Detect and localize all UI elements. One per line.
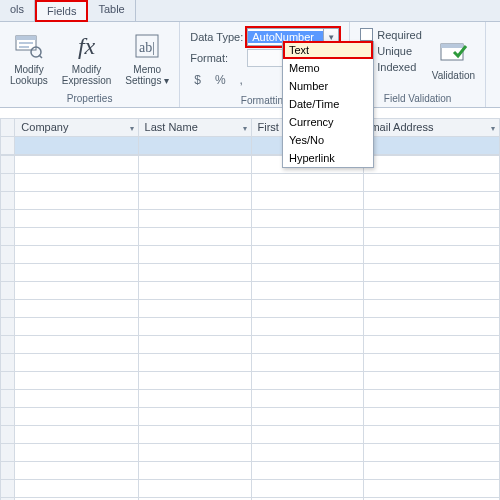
cell[interactable] xyxy=(15,426,138,444)
cell[interactable] xyxy=(251,210,364,228)
row-selector[interactable] xyxy=(1,282,15,300)
cell[interactable] xyxy=(138,192,251,210)
cell[interactable] xyxy=(364,264,500,282)
cell[interactable] xyxy=(15,137,138,155)
cell[interactable] xyxy=(251,282,364,300)
cell[interactable] xyxy=(251,372,364,390)
cell[interactable] xyxy=(364,480,500,498)
row-selector[interactable] xyxy=(1,462,15,480)
cell[interactable] xyxy=(251,336,364,354)
cell[interactable] xyxy=(251,426,364,444)
cell[interactable] xyxy=(364,192,500,210)
row-selector[interactable] xyxy=(1,210,15,228)
row-selector-header[interactable] xyxy=(1,119,15,137)
cell[interactable] xyxy=(138,156,251,174)
comma-symbol-button[interactable]: , xyxy=(236,72,247,88)
cell[interactable] xyxy=(138,174,251,192)
dropdown-item-memo[interactable]: Memo xyxy=(283,59,373,77)
column-header[interactable]: Company▾ xyxy=(15,119,138,137)
cell[interactable] xyxy=(138,408,251,426)
cell[interactable] xyxy=(364,336,500,354)
cell[interactable] xyxy=(138,372,251,390)
row-selector[interactable] xyxy=(1,426,15,444)
row-selector[interactable] xyxy=(1,354,15,372)
dropdown-item-yesno[interactable]: Yes/No xyxy=(283,131,373,149)
cell[interactable] xyxy=(138,300,251,318)
cell[interactable] xyxy=(138,264,251,282)
cell[interactable] xyxy=(15,372,138,390)
cell[interactable] xyxy=(138,426,251,444)
table-row[interactable] xyxy=(1,228,500,246)
row-selector[interactable] xyxy=(1,390,15,408)
cell[interactable] xyxy=(138,390,251,408)
cell[interactable] xyxy=(15,192,138,210)
table-row[interactable] xyxy=(1,264,500,282)
cell[interactable] xyxy=(251,408,364,426)
row-selector[interactable] xyxy=(1,156,15,174)
column-header[interactable]: mail Address▾ xyxy=(364,119,500,137)
cell[interactable] xyxy=(364,174,500,192)
table-row[interactable] xyxy=(1,156,500,174)
chevron-down-icon[interactable]: ▾ xyxy=(130,123,134,132)
cell[interactable] xyxy=(251,246,364,264)
cell[interactable] xyxy=(15,444,138,462)
cell[interactable] xyxy=(15,156,138,174)
cell[interactable] xyxy=(138,282,251,300)
row-selector[interactable] xyxy=(1,300,15,318)
cell[interactable] xyxy=(15,408,138,426)
row-selector[interactable] xyxy=(1,318,15,336)
cell[interactable] xyxy=(251,300,364,318)
cell[interactable] xyxy=(15,480,138,498)
table-row[interactable] xyxy=(1,354,500,372)
tab-fields[interactable]: Fields xyxy=(35,0,88,22)
cell[interactable] xyxy=(364,210,500,228)
cell[interactable] xyxy=(364,228,500,246)
cell[interactable] xyxy=(15,228,138,246)
tab-tools[interactable]: ols xyxy=(0,0,35,21)
cell[interactable] xyxy=(15,390,138,408)
cell[interactable] xyxy=(364,282,500,300)
tab-table[interactable]: Table xyxy=(88,0,135,21)
table-row[interactable] xyxy=(1,137,500,155)
table-row[interactable] xyxy=(1,318,500,336)
row-selector[interactable] xyxy=(1,174,15,192)
row-selector[interactable] xyxy=(1,192,15,210)
cell[interactable] xyxy=(15,300,138,318)
cell[interactable] xyxy=(251,174,364,192)
chevron-down-icon[interactable]: ▾ xyxy=(243,123,247,132)
cell[interactable] xyxy=(138,336,251,354)
row-selector[interactable] xyxy=(1,444,15,462)
cell[interactable] xyxy=(138,210,251,228)
row-selector[interactable] xyxy=(1,336,15,354)
dropdown-item-number[interactable]: Number xyxy=(283,77,373,95)
cell[interactable] xyxy=(138,354,251,372)
cell[interactable] xyxy=(251,390,364,408)
cell[interactable] xyxy=(138,318,251,336)
memo-settings-button[interactable]: ab| MemoSettings ▾ xyxy=(119,28,175,88)
row-selector[interactable] xyxy=(1,480,15,498)
currency-symbol-button[interactable]: $ xyxy=(190,72,205,88)
dropdown-item-datetime[interactable]: Date/Time xyxy=(283,95,373,113)
dropdown-item-text[interactable]: Text xyxy=(283,41,373,59)
cell[interactable] xyxy=(251,444,364,462)
cell[interactable] xyxy=(15,210,138,228)
table-row[interactable] xyxy=(1,246,500,264)
cell[interactable] xyxy=(15,264,138,282)
cell[interactable] xyxy=(364,390,500,408)
cell[interactable] xyxy=(364,372,500,390)
row-selector[interactable] xyxy=(1,246,15,264)
cell[interactable] xyxy=(364,300,500,318)
validation-button[interactable]: Validation xyxy=(428,24,481,92)
cell[interactable] xyxy=(138,480,251,498)
cell[interactable] xyxy=(138,462,251,480)
table-row[interactable] xyxy=(1,210,500,228)
cell[interactable] xyxy=(364,462,500,480)
cell[interactable] xyxy=(251,318,364,336)
cell[interactable] xyxy=(15,174,138,192)
cell[interactable] xyxy=(15,336,138,354)
table-row[interactable] xyxy=(1,462,500,480)
row-selector[interactable] xyxy=(1,408,15,426)
table-row[interactable] xyxy=(1,390,500,408)
cell[interactable] xyxy=(251,480,364,498)
cell[interactable] xyxy=(364,444,500,462)
